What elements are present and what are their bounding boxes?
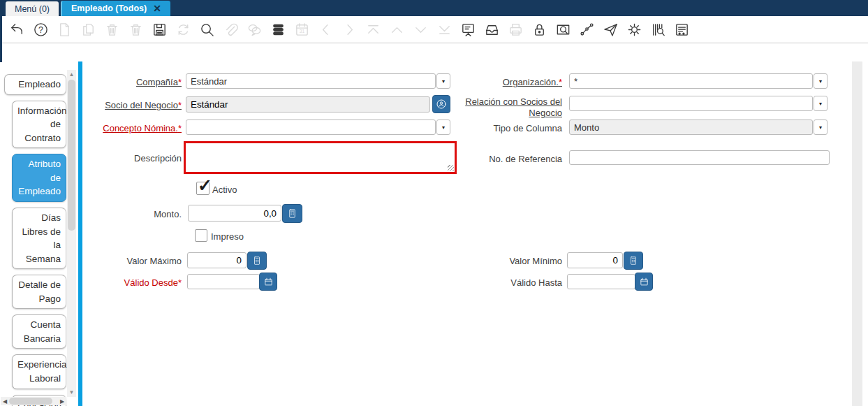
- find-icon[interactable]: [195, 19, 219, 40]
- delete-record-icon[interactable]: [100, 19, 124, 40]
- amount-calculator-button[interactable]: [282, 204, 302, 223]
- payroll-concept-input[interactable]: [186, 119, 436, 135]
- parent-record-icon[interactable]: [385, 19, 409, 40]
- sidebar-item-empleado[interactable]: Empleado: [4, 74, 66, 95]
- content-scrollbar-track[interactable]: [852, 61, 862, 406]
- sidebar-item-dias-libres[interactable]: Días Libres de la Semana: [12, 208, 66, 269]
- company-dropdown-button[interactable]: ▾: [436, 73, 450, 89]
- organization-label[interactable]: Organización.*: [461, 77, 562, 88]
- scroll-left-icon[interactable]: ◀: [1, 397, 9, 405]
- company-combobox: ▾: [186, 73, 450, 89]
- chevron-down-icon: ▾: [442, 78, 445, 85]
- payroll-concept-dropdown-button[interactable]: ▾: [436, 119, 450, 135]
- print-icon[interactable]: [503, 19, 527, 40]
- next-record-icon[interactable]: [337, 19, 361, 40]
- workflow-icon[interactable]: [575, 19, 598, 40]
- chevron-down-icon: ▾: [819, 101, 822, 107]
- zoom-across-icon[interactable]: [551, 19, 575, 40]
- sidebar-item-detalle-de-pago[interactable]: Detalle de Pago: [12, 275, 66, 309]
- business-partner-search-button[interactable]: [432, 95, 450, 113]
- amount-label: Monto.: [91, 209, 182, 220]
- active-checkbox[interactable]: ✓: [196, 182, 209, 195]
- max-value-label: Valor Máximo: [91, 256, 182, 267]
- calculator-icon: [252, 256, 262, 266]
- valid-from-calendar-button[interactable]: [259, 273, 277, 291]
- column-type-input[interactable]: [569, 119, 813, 135]
- vertical-scroll-thumb[interactable]: [68, 80, 75, 231]
- valid-from-input[interactable]: [187, 274, 260, 289]
- new-record-icon[interactable]: [52, 19, 76, 40]
- min-value-calculator-button[interactable]: [624, 252, 643, 270]
- chevron-down-icon: ▾: [442, 124, 445, 131]
- tab-empleado-label: Empleado (Todos): [71, 3, 147, 13]
- business-partner-input[interactable]: [186, 96, 430, 113]
- previous-record-icon[interactable]: [314, 19, 337, 40]
- textarea-resize-handle[interactable]: [448, 165, 454, 171]
- min-value-input[interactable]: [567, 252, 623, 268]
- payroll-concept-label[interactable]: Concepto Nómina.*: [77, 123, 182, 134]
- calendar-icon[interactable]: 31: [290, 19, 314, 40]
- svg-text:31: 31: [299, 29, 304, 34]
- tab-empleado-todos[interactable]: Empleado (Todos) ✕: [61, 1, 170, 16]
- chat-icon[interactable]: [242, 19, 266, 40]
- column-type-dropdown-button[interactable]: ▾: [814, 119, 827, 135]
- valid-from-label: Válido Desde*: [91, 277, 182, 289]
- bp-relation-label[interactable]: Relación con Socios del Negocio: [461, 96, 562, 118]
- business-partner-label[interactable]: Socio del Negocio*: [77, 100, 182, 111]
- detail-record-icon[interactable]: [409, 19, 432, 40]
- column-type-combobox: ▾: [569, 119, 827, 135]
- delete-selection-icon[interactable]: [124, 19, 147, 40]
- reference-no-input[interactable]: [569, 150, 830, 165]
- sidebar-item-informacion-de-contrato[interactable]: Información de Contrato: [12, 101, 66, 149]
- toolbar: ? 31: [2, 16, 868, 43]
- refresh-icon[interactable]: [171, 19, 195, 40]
- attachment-icon[interactable]: [219, 19, 242, 40]
- report-icon[interactable]: [456, 19, 480, 40]
- organization-combobox: ▾: [569, 73, 827, 89]
- product-info-icon[interactable]: [646, 19, 670, 40]
- horizontal-scroll-thumb[interactable]: [9, 398, 52, 405]
- valid-to-input[interactable]: [567, 274, 635, 289]
- calculator-icon: [287, 208, 297, 219]
- grid-toggle-icon[interactable]: [266, 19, 290, 40]
- bp-relation-input[interactable]: [569, 96, 813, 111]
- scroll-up-icon[interactable]: ▲: [67, 70, 76, 79]
- max-value-calculator-button[interactable]: [247, 252, 267, 270]
- amount-input[interactable]: [188, 205, 281, 222]
- scroll-down-icon[interactable]: ▼: [67, 388, 76, 397]
- first-record-icon[interactable]: [361, 19, 385, 40]
- panel-splitter[interactable]: [78, 61, 82, 406]
- organization-dropdown-button[interactable]: ▾: [814, 73, 827, 89]
- company-input[interactable]: [186, 73, 436, 89]
- sidebar-horizontal-scrollbar[interactable]: ◀ ▶: [1, 397, 66, 405]
- calendar-icon: [263, 277, 274, 287]
- company-label[interactable]: Compañía*: [91, 77, 182, 88]
- max-value-input[interactable]: [187, 252, 247, 268]
- required-asterisk: *: [178, 277, 182, 288]
- payment-rule-icon[interactable]: [670, 19, 693, 40]
- sidebar-item-atributo-de-empleado[interactable]: Atributo de Empleado: [12, 154, 66, 202]
- request-icon[interactable]: [598, 19, 622, 40]
- save-icon[interactable]: [147, 19, 171, 40]
- tab-menu[interactable]: Menú (0): [6, 1, 59, 16]
- sidebar-item-cuenta-bancaria[interactable]: Cuenta Bancaria: [12, 314, 66, 349]
- preferences-icon[interactable]: [622, 19, 646, 40]
- description-textarea[interactable]: [186, 143, 455, 172]
- archive-icon[interactable]: [480, 19, 503, 40]
- sidebar-vertical-scrollbar[interactable]: ▲ ▼: [67, 70, 76, 397]
- lock-icon[interactable]: [527, 19, 551, 40]
- required-asterisk: *: [178, 123, 182, 133]
- close-tab-icon[interactable]: ✕: [153, 3, 161, 14]
- required-asterisk: *: [559, 77, 562, 87]
- help-icon[interactable]: ?: [29, 19, 52, 40]
- copy-record-icon[interactable]: [76, 19, 100, 40]
- chevron-down-icon: ▾: [819, 78, 822, 85]
- organization-input[interactable]: [569, 73, 813, 89]
- undo-icon[interactable]: [5, 19, 29, 40]
- printed-checkbox[interactable]: [195, 229, 207, 242]
- last-record-icon[interactable]: [432, 19, 456, 40]
- bp-relation-dropdown-button[interactable]: ▾: [814, 96, 827, 111]
- sidebar-item-experiencia-laboral[interactable]: Experiencia Laboral: [12, 354, 66, 389]
- scroll-right-icon[interactable]: ▶: [58, 397, 66, 405]
- valid-to-calendar-button[interactable]: [635, 273, 653, 291]
